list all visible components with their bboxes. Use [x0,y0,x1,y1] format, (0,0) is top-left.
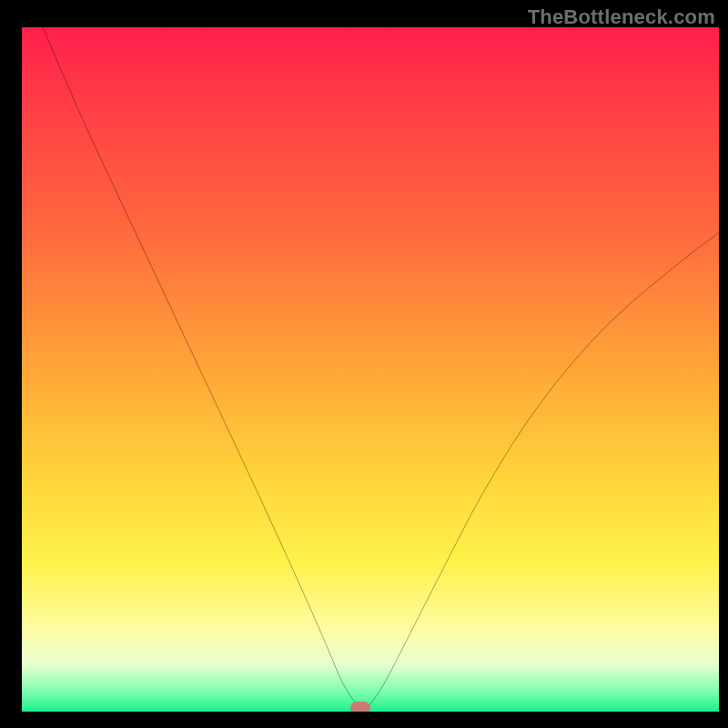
watermark-text: TheBottleneck.com [528,5,715,29]
plot-area [22,27,719,712]
optimum-marker [350,702,370,712]
bottleneck-curve [22,27,719,712]
chart-frame: TheBottleneck.com [0,0,728,728]
